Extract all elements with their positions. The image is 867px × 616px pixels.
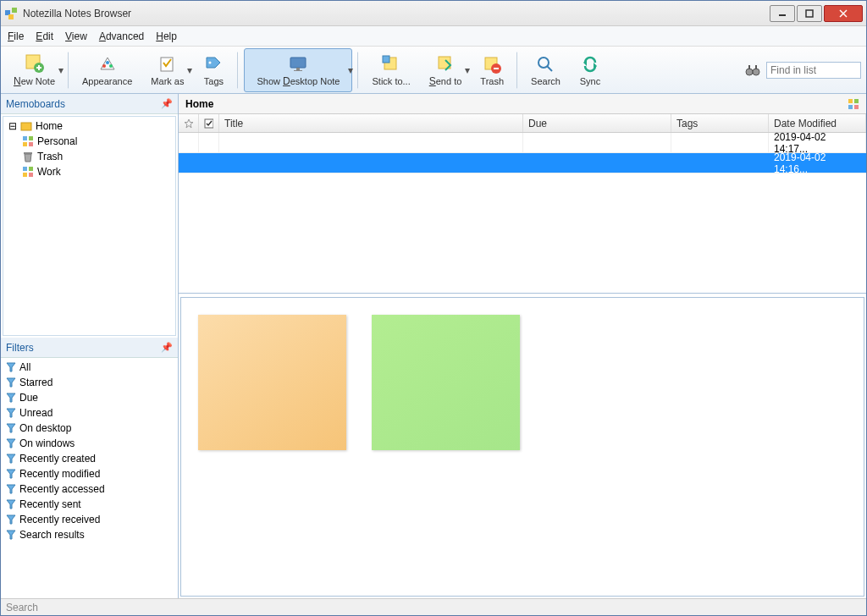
sync-button[interactable]: Sync — [572, 48, 609, 92]
chevron-down-icon: ▾ — [348, 64, 353, 76]
maximize-button[interactable] — [797, 5, 822, 22]
svg-rect-34 — [23, 136, 27, 140]
filters-header: Filters 📌 — [1, 338, 178, 358]
svg-point-30 — [753, 69, 759, 75]
send-to-label: Send to — [429, 75, 462, 87]
col-tags[interactable]: Tags — [671, 114, 769, 132]
svg-rect-37 — [29, 142, 33, 146]
window-controls — [770, 5, 863, 22]
left-panel: Memoboards 📌 ⊟ Home Personal Trash Work — [1, 94, 179, 598]
filter-on-windows[interactable]: On windows — [3, 436, 176, 451]
status-search[interactable]: Search — [6, 602, 38, 613]
col-due[interactable]: Due — [523, 114, 671, 132]
view-mode-icon[interactable] — [848, 98, 859, 110]
menu-advanced[interactable]: Advanced — [99, 30, 144, 42]
menubar: File Edit View Advanced Help — [1, 26, 866, 47]
filter-all[interactable]: All — [3, 360, 176, 375]
sync-icon — [579, 53, 601, 75]
mark-as-label: Mark as — [151, 76, 184, 86]
svg-rect-33 — [21, 123, 31, 130]
memoboards-title: Memoboards — [6, 98, 65, 110]
stick-to-icon — [380, 53, 402, 75]
menu-help[interactable]: Help — [156, 30, 177, 42]
tree-item-personal[interactable]: Personal — [5, 134, 174, 149]
new-note-icon — [24, 52, 46, 74]
filter-recently-accessed[interactable]: Recently accessed — [3, 481, 176, 497]
svg-rect-36 — [23, 142, 27, 146]
pin-icon[interactable]: 📌 — [161, 342, 173, 353]
menu-view[interactable]: View — [65, 30, 87, 42]
filters-title: Filters — [6, 342, 34, 354]
svg-point-11 — [102, 64, 106, 68]
col-star[interactable] — [179, 114, 199, 132]
stick-to-button[interactable]: Stick to... — [364, 48, 417, 92]
svg-rect-1 — [12, 8, 17, 13]
minimize-button[interactable] — [770, 5, 795, 22]
svg-point-13 — [109, 64, 113, 68]
filter-recently-received[interactable]: Recently received — [3, 512, 176, 527]
chevron-down-icon: ▾ — [465, 64, 470, 76]
sticky-note-green[interactable] — [372, 315, 520, 450]
search-button[interactable]: Search — [523, 48, 568, 92]
binoculars-icon[interactable] — [744, 62, 761, 79]
filter-starred[interactable]: Starred — [3, 375, 176, 390]
svg-rect-18 — [294, 70, 302, 71]
stick-to-label: Stick to... — [372, 76, 410, 86]
tags-button[interactable]: Tags — [195, 48, 232, 92]
chevron-down-icon: ▾ — [58, 64, 64, 76]
filters-list: All Starred Due Unread On desktop On win… — [1, 358, 178, 544]
svg-rect-39 — [23, 167, 27, 171]
svg-rect-38 — [24, 152, 32, 154]
table-row[interactable]: 2019-04-02 14:17... — [179, 133, 866, 153]
find-input[interactable] — [766, 62, 861, 79]
svg-point-29 — [746, 69, 753, 75]
tags-icon — [202, 53, 224, 75]
filter-on-desktop[interactable]: On desktop — [3, 421, 176, 436]
tree-label: Trash — [37, 151, 63, 162]
board-icon — [22, 166, 34, 178]
svg-rect-40 — [29, 167, 33, 171]
appearance-button[interactable]: Appearance — [75, 48, 140, 92]
titlebar: Notezilla Notes Browser — [1, 1, 866, 26]
toolbar: New Note ▾ Appearance Mark as ▾ Tags Sho… — [1, 47, 866, 94]
new-note-button[interactable]: New Note ▾ — [6, 48, 63, 92]
appearance-label: Appearance — [82, 76, 132, 86]
filter-search-results[interactable]: Search results — [3, 527, 176, 542]
mark-as-button[interactable]: Mark as ▾ — [143, 48, 191, 92]
col-title[interactable]: Title — [219, 114, 523, 132]
send-to-button[interactable]: Send to ▾ — [422, 48, 470, 92]
show-desktop-note-button[interactable]: Show Desktop Note ▾ — [244, 48, 352, 92]
svg-rect-16 — [290, 58, 306, 68]
sync-label: Sync — [580, 76, 600, 86]
preview-pane — [180, 297, 864, 597]
filter-recently-created[interactable]: Recently created — [3, 451, 176, 466]
trash-icon — [481, 53, 503, 75]
menu-file[interactable]: File — [8, 30, 24, 42]
send-to-icon — [434, 52, 456, 74]
tree-label: Personal — [37, 135, 77, 147]
trash-button[interactable]: Trash — [472, 48, 511, 92]
memoboards-tree: ⊟ Home Personal Trash Work — [3, 116, 176, 336]
tree-item-trash[interactable]: Trash — [5, 149, 174, 164]
svg-rect-20 — [383, 56, 389, 63]
tree-item-home[interactable]: ⊟ Home — [5, 118, 174, 134]
trash-icon — [22, 151, 34, 162]
col-date[interactable]: Date Modified — [769, 114, 866, 132]
col-check[interactable] — [199, 114, 219, 132]
sticky-note-orange[interactable] — [198, 315, 346, 450]
filter-recently-sent[interactable]: Recently sent — [3, 497, 176, 512]
filter-recently-modified[interactable]: Recently modified — [3, 466, 176, 481]
svg-rect-17 — [296, 68, 300, 70]
menu-edit[interactable]: Edit — [36, 30, 53, 42]
filter-due[interactable]: Due — [3, 390, 176, 405]
tree-item-work[interactable]: Work — [5, 164, 174, 179]
table-row[interactable]: 2019-04-02 14:16... — [179, 153, 866, 173]
pin-icon[interactable]: 📌 — [161, 98, 173, 109]
svg-line-26 — [547, 66, 552, 71]
folder-icon — [20, 120, 32, 132]
chevron-down-icon: ▾ — [187, 64, 192, 76]
close-button[interactable] — [824, 5, 863, 22]
filter-unread[interactable]: Unread — [3, 405, 176, 421]
svg-marker-47 — [185, 119, 193, 128]
mark-as-icon — [157, 53, 179, 75]
